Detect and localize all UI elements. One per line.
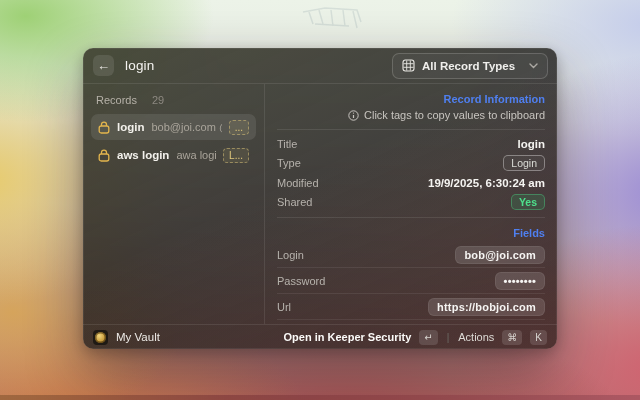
field-label: Modified (277, 177, 319, 189)
field-label: Login (277, 249, 304, 261)
chevron-down-icon (529, 63, 538, 69)
open-in-keeper-action[interactable]: Open in Keeper Security (283, 331, 411, 343)
field-value: login (518, 138, 545, 150)
type-badge[interactable]: Login (503, 155, 545, 171)
record-info-rows: Title login Type Login Modified 19/9/202… (277, 130, 545, 217)
field-label: Shared (277, 196, 312, 208)
password-field-row: Password •••••••• (277, 268, 545, 294)
record-list-item[interactable]: aws login awa login email L... (91, 142, 256, 168)
keeper-logo (93, 330, 108, 345)
record-subtitle: awa login email (176, 149, 216, 161)
back-button[interactable]: ← (93, 55, 114, 76)
lock-icon (98, 121, 110, 134)
desktop-wallpaper: ← login All Record Types (0, 0, 640, 400)
field-label: Type (277, 157, 301, 169)
password-value-tag[interactable]: •••••••• (495, 272, 545, 290)
field-value: 19/9/2025, 6:30:24 am (428, 177, 545, 189)
k-key-badge: K (530, 330, 547, 345)
shared-row: Shared Yes (277, 193, 545, 213)
fields-header: Fields (277, 218, 545, 242)
login-value-tag[interactable]: bob@joi.com (455, 246, 545, 264)
record-detail-panel: Record Information Click tags to copy va… (265, 84, 557, 324)
clipboard-hint: Click tags to copy values to clipboard (277, 108, 545, 129)
record-tag-badge[interactable]: L... (223, 148, 249, 163)
records-section-header: Records 29 (83, 91, 264, 114)
field-label: Url (277, 301, 291, 313)
back-arrow-icon: ← (97, 58, 110, 73)
type-row: Type Login (277, 154, 545, 174)
lock-icon (98, 149, 110, 162)
url-value-tag[interactable]: https://bobjoi.com (428, 298, 545, 316)
window-body: Records 29 login bob@joi.com @ htt... ..… (83, 84, 557, 324)
field-label: Title (277, 138, 297, 150)
record-information-header: Record Information (277, 84, 545, 108)
results-panel: Records 29 login bob@joi.com @ htt... ..… (83, 84, 265, 324)
record-tag-badge[interactable]: ... (229, 120, 249, 135)
shared-badge[interactable]: Yes (511, 194, 545, 210)
info-icon (348, 110, 359, 121)
enter-key-badge: ↵ (419, 330, 437, 345)
footer-bar: My Vault Open in Keeper Security ↵ | Act… (83, 324, 557, 349)
command-key-badge: ⌘ (502, 330, 522, 345)
vault-label: My Vault (116, 331, 160, 343)
modified-row: Modified 19/9/2025, 6:30:24 am (277, 173, 545, 193)
keeper-quick-search-window: ← login All Record Types (83, 48, 557, 349)
actions-menu-trigger[interactable]: Actions (458, 331, 494, 343)
keeper-logo-emblem (95, 332, 106, 343)
login-field-row: Login bob@joi.com (277, 242, 545, 268)
record-subtitle: bob@joi.com @ htt... (151, 121, 221, 133)
url-field-row: Url https://bobjoi.com (277, 294, 545, 320)
footer-divider: | (446, 332, 451, 343)
record-list-item[interactable]: login bob@joi.com @ htt... ... (91, 114, 256, 140)
record-types-grid-icon (402, 59, 415, 72)
clipboard-hint-text: Click tags to copy values to clipboard (364, 109, 545, 121)
search-query-text[interactable]: login (125, 58, 155, 73)
record-type-filter-dropdown[interactable]: All Record Types (392, 53, 548, 79)
wallpaper-watermark (295, 2, 370, 34)
records-count: 29 (152, 94, 164, 106)
records-label: Records (96, 94, 137, 106)
search-bar: ← login All Record Types (83, 48, 557, 84)
field-label: Password (277, 275, 325, 287)
record-title: login (117, 121, 144, 133)
record-title: aws login (117, 149, 169, 161)
filter-selected-value: All Record Types (422, 60, 522, 72)
title-row: Title login (277, 134, 545, 154)
